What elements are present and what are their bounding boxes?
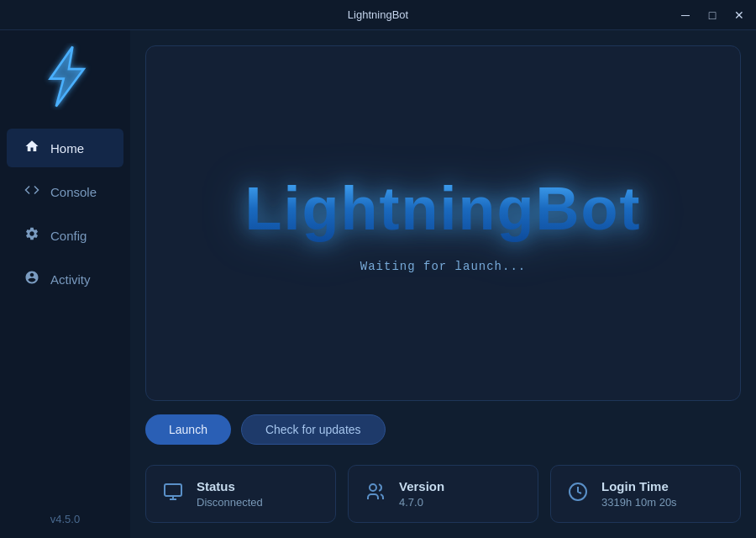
status-label: Status: [197, 479, 263, 493]
home-icon: [24, 139, 40, 157]
login-time-info: Login Time 3319h 10m 20s: [601, 479, 677, 509]
launch-button[interactable]: Launch: [145, 414, 231, 445]
status-value: Disconnected: [197, 496, 263, 509]
window-title: LightningBot: [348, 8, 408, 21]
status-card-version: Version 4.7.0: [348, 465, 538, 523]
svg-rect-2: [165, 484, 181, 496]
login-time-label: Login Time: [601, 479, 677, 493]
minimize-button[interactable]: ─: [677, 7, 694, 24]
status-card-login-time: Login Time 3319h 10m 20s: [550, 465, 741, 523]
clock-icon: [566, 482, 590, 507]
sidebar: Home Console Config Activity: [0, 30, 130, 538]
logo-area: [28, 39, 103, 114]
console-icon: [24, 182, 40, 201]
svg-point-5: [370, 484, 376, 491]
window-controls: ─ □ ✕: [677, 7, 748, 24]
nav-items: Home Console Config Activity: [0, 127, 130, 300]
main-layout: Home Console Config Activity: [0, 30, 756, 538]
activity-icon: [24, 270, 40, 288]
gear-icon: [24, 226, 40, 245]
sidebar-version: v4.5.0: [50, 513, 80, 538]
title-bar: LightningBot ─ □ ✕: [0, 0, 756, 30]
check-updates-button[interactable]: Check for updates: [241, 414, 386, 445]
status-cards: Status Disconnected Version 4.7.0: [145, 465, 741, 523]
monitor-icon: [161, 482, 185, 507]
sidebar-item-activity-label: Activity: [50, 272, 91, 287]
status-card-status: Status Disconnected: [145, 465, 336, 523]
version-label: Version: [399, 479, 444, 493]
brand-title: LightningBot: [245, 174, 642, 243]
sidebar-item-console[interactable]: Console: [7, 172, 123, 211]
buttons-row: Launch Check for updates: [145, 414, 741, 451]
version-value: 4.7.0: [399, 496, 444, 509]
sidebar-item-activity[interactable]: Activity: [7, 260, 123, 298]
sidebar-item-home-label: Home: [50, 141, 84, 156]
maximize-button[interactable]: □: [704, 7, 721, 24]
login-time-value: 3319h 10m 20s: [601, 496, 677, 509]
close-button[interactable]: ✕: [731, 7, 748, 24]
status-info: Status Disconnected: [197, 479, 263, 509]
version-icon: [364, 482, 387, 507]
lightning-logo: [34, 43, 97, 110]
version-info: Version 4.7.0: [399, 479, 444, 509]
main-card: LightningBot Waiting for launch...: [145, 45, 741, 401]
waiting-text: Waiting for launch...: [360, 260, 526, 273]
sidebar-item-home[interactable]: Home: [7, 129, 123, 167]
sidebar-item-console-label: Console: [50, 185, 97, 199]
content-area: LightningBot Waiting for launch... Launc…: [130, 30, 756, 538]
sidebar-item-config-label: Config: [50, 229, 87, 243]
sidebar-item-config[interactable]: Config: [7, 216, 123, 255]
